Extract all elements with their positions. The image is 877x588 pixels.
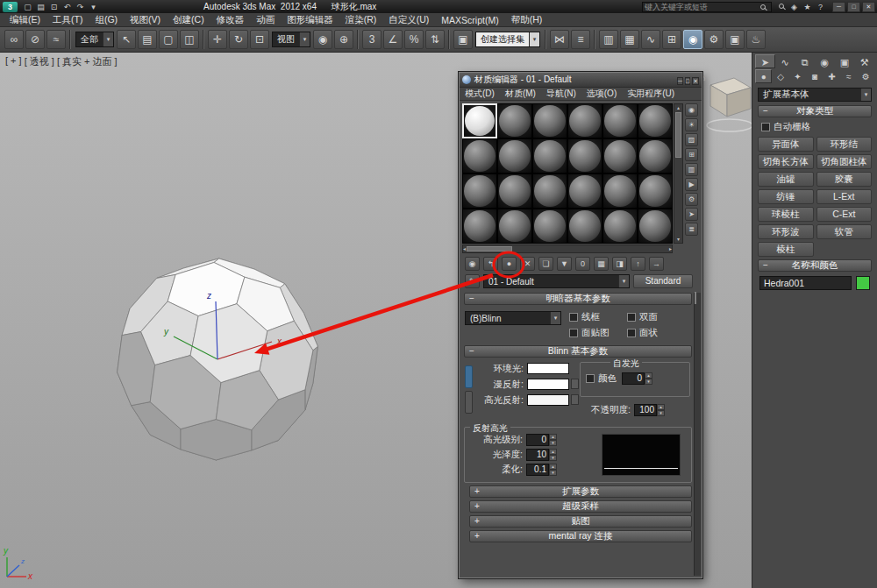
window-crossing-toggle-button[interactable]: ◫: [180, 30, 199, 49]
align-button[interactable]: ≡: [571, 30, 590, 49]
sample-type-icon[interactable]: ◉: [685, 103, 698, 117]
select-and-link-button[interactable]: ∞: [4, 30, 24, 49]
material-sample-slot[interactable]: [567, 103, 602, 138]
minimize-icon[interactable]: ─: [677, 77, 683, 85]
object-type-button[interactable]: 球棱柱: [758, 207, 814, 222]
close-icon[interactable]: ✕: [862, 2, 875, 12]
redo-icon[interactable]: ↷: [74, 1, 87, 13]
tab-motion[interactable]: ◉: [815, 54, 835, 68]
layer-manager-button[interactable]: ▥: [599, 30, 618, 49]
material-name-dropdown[interactable]: 01 - Default ▾: [483, 274, 630, 288]
material-sample-slot[interactable]: [532, 209, 567, 244]
material-sample-slot[interactable]: [532, 174, 567, 209]
material-sample-slot[interactable]: [497, 138, 532, 174]
spinner-up-icon[interactable]: ▴: [657, 404, 665, 410]
menubar-item[interactable]: MAXScript(M): [435, 15, 504, 25]
reset-map-button[interactable]: ✕: [520, 257, 535, 271]
material-sample-slot[interactable]: [532, 138, 567, 174]
reference-coordinate-dropdown[interactable]: 视图▾: [272, 32, 310, 47]
menubar-item[interactable]: 渲染(R): [339, 14, 383, 26]
material-sample-slot[interactable]: [567, 138, 602, 174]
schematic-view-button[interactable]: ⊞: [662, 30, 681, 49]
material-sample-slot[interactable]: [497, 103, 532, 138]
named-selection-sets-combo[interactable]: 创建选择集▾: [475, 32, 540, 47]
sample-vscrollbar[interactable]: ▴ ▾: [674, 103, 683, 244]
percent-snap-button[interactable]: %: [404, 30, 424, 49]
spinner-down-icon[interactable]: ▾: [549, 455, 557, 461]
blinn-basic-params-rollout[interactable]: − Blinn 基本参数: [464, 345, 692, 358]
spinner-up-icon[interactable]: ▴: [549, 449, 557, 455]
rendered-frame-window-button[interactable]: ▣: [725, 30, 745, 49]
material-sample-slot[interactable]: [497, 174, 532, 209]
material-editor-menu-item[interactable]: 实用程序(U): [622, 88, 680, 100]
material-editor-scrollbar[interactable]: [694, 293, 701, 576]
material-sample-slot[interactable]: [602, 174, 638, 209]
snaps-toggle-button[interactable]: 3: [362, 30, 381, 49]
category-lights[interactable]: ✦: [789, 69, 806, 83]
new-file-icon[interactable]: ▢: [21, 1, 34, 13]
object-type-button[interactable]: L-Ext: [816, 189, 873, 204]
material-sample-slot[interactable]: [532, 103, 567, 138]
menubar-item[interactable]: 工具(T): [46, 14, 89, 26]
material-sample-slot[interactable]: [462, 209, 497, 244]
material-sample-slot[interactable]: [602, 209, 638, 244]
diffuse-specular-lock-icon[interactable]: [465, 391, 473, 414]
app-logo-icon[interactable]: 3: [3, 2, 18, 12]
object-type-button[interactable]: 棱柱: [758, 242, 814, 257]
favorites-icon[interactable]: ★: [801, 1, 814, 13]
opacity-spinner[interactable]: 100▴▾: [634, 404, 665, 416]
material-sample-slot[interactable]: [602, 138, 638, 174]
material-sample-slot[interactable]: [638, 174, 673, 209]
specular-color-swatch[interactable]: [527, 394, 569, 406]
viewport-general-menu[interactable]: [ + ]: [5, 55, 22, 68]
material-sample-slot[interactable]: [462, 138, 497, 174]
select-by-material-icon[interactable]: ➤: [685, 208, 698, 221]
object-type-button[interactable]: 软管: [816, 224, 873, 239]
viewcube[interactable]: ⌂: [701, 74, 752, 131]
material-editor-menu-item[interactable]: 导航(N): [541, 88, 581, 100]
select-and-move-button[interactable]: ✛: [208, 30, 227, 49]
scrollbar-thumb[interactable]: [695, 292, 696, 304]
show-end-result-button[interactable]: ◨: [612, 257, 627, 271]
category-systems[interactable]: ⚙: [858, 69, 874, 83]
go-to-parent-button[interactable]: ↑: [631, 257, 645, 271]
video-color-check-icon[interactable]: ▥: [685, 163, 698, 176]
show-map-in-viewport-button[interactable]: ▦: [594, 257, 609, 271]
search-input[interactable]: [645, 3, 757, 11]
spinner-snap-button[interactable]: ⇅: [425, 30, 445, 49]
material-sample-slot[interactable]: [497, 209, 532, 244]
scrollbar-thumb[interactable]: [467, 246, 512, 251]
material-type-button[interactable]: Standard: [633, 274, 693, 288]
maximize-icon[interactable]: □: [847, 2, 860, 12]
tab-display[interactable]: ▣: [835, 54, 855, 68]
rollout-bar[interactable]: +扩展参数: [469, 485, 692, 498]
menubar-item[interactable]: 组(G): [89, 14, 124, 26]
primitive-category-dropdown[interactable]: 扩展基本体 ▾: [758, 88, 872, 102]
material-sample-slot[interactable]: [602, 103, 638, 138]
assign-material-to-selection-button[interactable]: ●: [502, 257, 517, 271]
diffuse-map-button[interactable]: [571, 379, 579, 389]
shader-type-dropdown[interactable]: (B)Blinn ▾: [465, 311, 561, 325]
diffuse-color-swatch[interactable]: [527, 379, 569, 390]
selection-filter-dropdown[interactable]: 全部▾: [75, 32, 114, 47]
close-icon[interactable]: ✕: [692, 77, 699, 85]
material-editor-titlebar[interactable]: 材质编辑器 - 01 - Default ─□✕: [460, 73, 702, 88]
sample-background-icon[interactable]: ▨: [685, 133, 698, 146]
scrollbar-thumb[interactable]: [675, 112, 681, 158]
unlink-selection-button[interactable]: ⊘: [25, 30, 45, 49]
object-type-button[interactable]: 环形波: [758, 224, 814, 239]
object-type-button[interactable]: 纺锤: [758, 189, 814, 204]
material-sample-slot[interactable]: [462, 103, 497, 138]
make-material-copy-button[interactable]: ❏: [538, 257, 553, 271]
glossiness-spinner[interactable]: 10▴▾: [526, 449, 557, 461]
rollout-bar[interactable]: +超级采样: [469, 500, 692, 513]
object-color-swatch[interactable]: [856, 276, 870, 290]
get-material-button[interactable]: ◉: [465, 257, 480, 271]
select-and-manipulate-button[interactable]: ⊕: [334, 30, 353, 49]
rollout-bar[interactable]: +mental ray 连接: [469, 530, 692, 542]
viewport-shading-menu[interactable]: [ 真实 + 边面 ]: [57, 55, 118, 68]
select-object-button[interactable]: ↖: [117, 30, 136, 49]
specular-map-button[interactable]: [571, 394, 579, 405]
edit-named-selection-sets-button[interactable]: ▣: [453, 30, 473, 49]
search-icon[interactable]: [757, 2, 769, 12]
